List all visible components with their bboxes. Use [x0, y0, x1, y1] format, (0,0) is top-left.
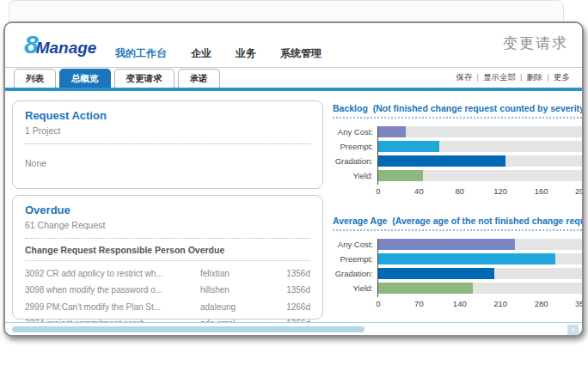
bars-area	[377, 239, 582, 297]
chart-title-text: Average Age	[333, 216, 392, 226]
x-axis-ticks: 070140210280350	[378, 299, 582, 309]
chart-title: Backlog (Not finished change request cou…	[333, 103, 582, 119]
overdue-table-header: Change Request Responsible Person Overdu…	[25, 245, 310, 261]
tab-变更请求[interactable]: 变更请求	[114, 69, 175, 88]
nav-item-企业[interactable]: 企业	[191, 47, 211, 59]
logo-manage: Manage	[36, 39, 97, 57]
category-labels: Any Cost:Preempt:Gradation:Yield:	[333, 126, 377, 185]
nav-item-我的工作台[interactable]: 我的工作台	[115, 47, 167, 59]
cell-overdue: 1356d	[271, 269, 310, 278]
overdue-table-rows: 3092 CR add apolicy to restrict wh...fel…	[25, 269, 310, 329]
cell-change-request: 3098 when modify the password o...	[25, 285, 200, 295]
category-label: Yield:	[333, 283, 377, 294]
link-separator: |	[477, 72, 479, 82]
table-row[interactable]: 3092 CR add apolicy to restrict wh...fel…	[25, 269, 310, 278]
overdue-panel: Overdue 61 Change Request Change Request…	[12, 195, 323, 319]
bar-track	[378, 253, 582, 265]
x-tick-label: 350	[575, 299, 584, 308]
bar-track	[378, 141, 582, 152]
request-action-title: Request Action	[25, 109, 310, 122]
action-link-显示全部[interactable]: 显示全部	[483, 72, 516, 82]
cell-responsible-person: felixtian	[200, 269, 271, 278]
category-label: Yield:	[333, 170, 377, 181]
table-row[interactable]: 2999 PM:Can't modify the Plan St...adale…	[25, 302, 310, 312]
request-action-panel: Request Action 1 Project None	[12, 100, 323, 189]
bar-track	[378, 155, 582, 167]
chart-title: Average Age (Average age of the not fini…	[333, 216, 582, 231]
app-window: 8Manage 我的工作台企业业务系统管理 变更请求 列表总概览变更请求承诺 保…	[3, 21, 584, 337]
category-label: Preempt:	[333, 141, 377, 152]
cell-overdue: 1356d	[271, 285, 310, 295]
chart-bar	[378, 141, 439, 152]
horizontal-scrollbar: ›	[5, 322, 582, 335]
page: 8Manage 我的工作台企业业务系统管理 变更请求 列表总概览变更请求承诺 保…	[0, 0, 588, 365]
chart-bar	[378, 170, 423, 181]
chart-bar	[378, 253, 555, 265]
tab-总概览[interactable]: 总概览	[59, 69, 111, 88]
x-tick-label: 210	[493, 299, 507, 308]
action-links: 保存|显示全部|删除|更多	[456, 72, 570, 83]
chart-bar	[378, 239, 515, 250]
category-label: Any Cost:	[333, 239, 377, 250]
category-label: Gradation:	[333, 268, 377, 279]
category-labels: Any Cost:Preempt:Gradation:Yield:	[333, 239, 377, 297]
action-link-删除[interactable]: 删除	[527, 72, 543, 82]
page-title: 变更请求	[503, 33, 568, 53]
bar-track	[378, 170, 582, 181]
tab-bar: 列表总概览变更请求承诺 保存|显示全部|删除|更多	[5, 68, 582, 88]
background-window-edge	[9, 0, 564, 22]
tab-列表[interactable]: 列表	[14, 69, 56, 88]
divider	[25, 143, 310, 144]
x-tick-label: 200	[575, 186, 584, 196]
bar-track	[378, 268, 582, 279]
chart-bar	[378, 283, 473, 294]
x-tick-label: 160	[535, 186, 548, 196]
x-axis-ticks: 04080120160200	[378, 186, 582, 197]
scroll-right-button[interactable]: ›	[567, 325, 579, 336]
x-tick-label: 40	[414, 186, 424, 196]
nav-item-业务[interactable]: 业务	[236, 47, 256, 59]
link-separator: |	[520, 72, 522, 82]
action-link-更多[interactable]: 更多	[554, 72, 570, 82]
table-row[interactable]: 3098 when modify the password o...hillsh…	[25, 285, 310, 295]
cell-responsible-person: hillshen	[200, 285, 271, 295]
x-tick-label: 70	[414, 299, 424, 308]
overdue-title: Overdue	[25, 204, 310, 216]
x-tick-label: 80	[456, 186, 465, 196]
link-separator: |	[548, 72, 549, 82]
app-header: 8Manage 我的工作台企业业务系统管理 变更请求	[5, 23, 582, 68]
bars-area	[377, 126, 582, 185]
cell-change-request: 2999 PM:Can't modify the Plan St...	[25, 302, 200, 312]
tab-承诺[interactable]: 承诺	[178, 69, 220, 88]
tabs: 列表总概览变更请求承诺	[14, 69, 224, 88]
main-nav: 我的工作台企业业务系统管理	[115, 45, 346, 61]
divider	[25, 238, 310, 239]
chart-bar	[378, 268, 494, 279]
chart-plot: Any Cost:Preempt:Gradation:Yield:	[333, 239, 582, 297]
cell-overdue: 1266d	[271, 302, 310, 312]
horizontal-scrollbar-thumb[interactable]	[12, 326, 364, 332]
request-action-body: None	[25, 158, 310, 168]
bar-track	[378, 283, 582, 294]
x-tick-label: 140	[453, 299, 467, 308]
x-tick-label: 280	[535, 299, 548, 308]
overdue-subtitle: 61 Change Request	[25, 220, 310, 230]
average-age-chart: Average Age (Average age of the not fini…	[333, 216, 582, 309]
category-label: Gradation:	[333, 155, 377, 167]
x-tick-label: 0	[376, 186, 380, 196]
chart-title-text: Backlog	[333, 103, 373, 113]
chart-bar	[378, 155, 505, 167]
backlog-chart: Backlog (Not finished change request cou…	[333, 103, 582, 197]
nav-item-系统管理[interactable]: 系统管理	[280, 47, 322, 59]
chart-subtitle-text: (Average age of the not finished change …	[392, 216, 584, 226]
action-link-保存[interactable]: 保存	[456, 72, 473, 82]
bar-track	[378, 126, 582, 137]
request-action-subtitle: 1 Project	[25, 125, 310, 136]
chevron-right-icon: ›	[572, 325, 574, 334]
category-label: Preempt:	[333, 253, 377, 265]
chart-subtitle-text: (Not finished change request counted by …	[373, 103, 584, 113]
cell-change-request: 3092 CR add apolicy to restrict wh...	[25, 269, 200, 278]
chart-bar	[378, 126, 406, 137]
app-logo: 8Manage	[24, 30, 96, 59]
x-tick-label: 0	[376, 299, 380, 308]
